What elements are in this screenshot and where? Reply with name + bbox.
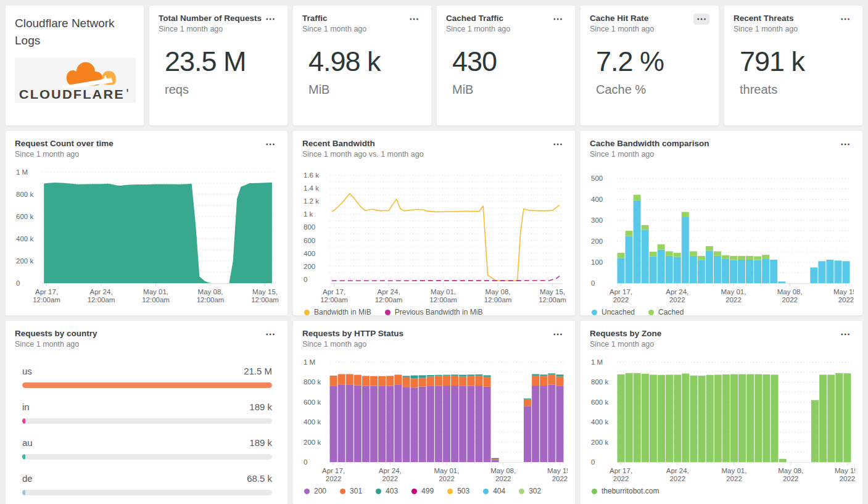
legend-item: 403 <box>376 487 398 495</box>
panel-cache-bandwidth: Cache Bandwidth comparison Since 1 month… <box>580 130 863 316</box>
panel-subtitle: Since 1 month ago <box>446 25 510 33</box>
charts-row-1: Request Count over time Since 1 month ag… <box>5 130 863 316</box>
legend-item: Uncached <box>592 308 635 316</box>
kpi-unit: reqs <box>165 83 278 97</box>
kpi-value: 23.5 M <box>165 46 278 78</box>
svg-text:1 M: 1 M <box>16 168 28 176</box>
country-bar-fill <box>22 454 25 460</box>
country-bar-fill <box>22 382 272 388</box>
legend-dot-icon <box>385 310 391 315</box>
svg-text:400 k: 400 k <box>16 235 33 242</box>
country-bar-track <box>22 418 272 424</box>
svg-text:2022: 2022 <box>552 475 568 482</box>
svg-text:12:00am: 12:00am <box>251 296 279 304</box>
panel-title: Requests by country <box>15 329 97 338</box>
legend-item: 404 <box>483 487 505 495</box>
legend-item: 302 <box>519 487 541 495</box>
legend-dot-icon <box>340 489 345 494</box>
svg-text:May 01,: May 01, <box>143 288 168 295</box>
svg-text:May 01,: May 01, <box>434 467 460 474</box>
country-row: au189 k <box>22 437 272 460</box>
country-row: us21.5 M <box>22 366 272 388</box>
svg-text:12:00am: 12:00am <box>142 296 170 304</box>
panel-title: Recent Bandwidth <box>302 139 424 148</box>
cache_bandwidth-svg: 0100200300400500Apr 17,2022Apr 24,2022Ma… <box>590 167 854 305</box>
http_status-svg: 0200 k400 k600 k800 k1 MApr 17,2022Apr 2… <box>302 357 568 484</box>
legend-item: theburritobot.com <box>592 487 659 495</box>
svg-text:May 01,: May 01, <box>722 467 747 474</box>
panel-menu-button[interactable]: ⋯ <box>262 14 278 25</box>
panel-app-header: Cloudflare Network Logs CLOUDFLARE <box>5 5 144 126</box>
svg-text:600 k: 600 k <box>16 213 33 220</box>
svg-text:Apr 17,: Apr 17, <box>610 467 632 474</box>
zone-chart: 0200 k400 k600 k800 k1 MApr 17,2022Apr 2… <box>590 357 853 495</box>
country-label: in <box>22 402 30 412</box>
panel-cached-traffic: Cached Traffic Since 1 month ago ⋯ 430 M… <box>436 5 576 126</box>
svg-text:Apr 24,: Apr 24, <box>378 288 400 295</box>
svg-text:0: 0 <box>304 458 307 466</box>
request_count-svg: 0200 k400 k600 k800 k1 MApr 17,12:00amAp… <box>15 167 279 305</box>
panel-traffic: Traffic Since 1 month ago ⋯ 4.98 k MiB <box>292 5 432 126</box>
legend-item: 200 <box>304 487 326 495</box>
svg-text:500: 500 <box>591 175 603 182</box>
svg-text:12:00am: 12:00am <box>484 296 512 304</box>
legend-item: Bandwidth in MiB <box>304 308 371 316</box>
panel-subtitle: Since 1 month ago <box>15 150 114 159</box>
panel-title: Request Count over time <box>15 139 114 148</box>
svg-text:400 k: 400 k <box>304 418 321 426</box>
svg-text:100: 100 <box>591 258 603 266</box>
panel-menu-button[interactable]: ⋯ <box>837 14 853 25</box>
svg-text:2022: 2022 <box>439 475 455 482</box>
legend-dot-icon <box>592 489 597 494</box>
panel-subtitle: Since 1 month ago <box>15 340 97 349</box>
panel-recent-threats: Recent Threats Since 1 month ago ⋯ 791 k… <box>724 5 863 126</box>
svg-text:CLOUDFLARE: CLOUDFLARE <box>19 88 125 101</box>
panel-menu-button[interactable]: ⋯ <box>693 14 709 25</box>
panel-menu-button[interactable]: ⋯ <box>550 139 566 150</box>
kpi-body: 7.2 % Cache % <box>590 46 709 97</box>
svg-text:1.2 k: 1.2 k <box>304 197 319 205</box>
legend-dot-icon <box>519 489 524 494</box>
panel-menu-button[interactable]: ⋯ <box>837 139 853 150</box>
country-row: de68.5 k <box>22 473 272 495</box>
svg-text:2022: 2022 <box>382 475 398 482</box>
panel-recent-bandwidth: Recent Bandwidth Since 1 month ago vs. 1… <box>292 130 576 316</box>
country-bar-fill <box>22 490 25 495</box>
panel-subtitle: Since 1 month ago <box>159 25 262 33</box>
legend-dot-icon <box>592 310 597 315</box>
country-row: in189 k <box>22 402 272 424</box>
country-bar-fill <box>22 418 25 424</box>
page-title: Cloudflare Network Logs <box>15 15 134 49</box>
country-bar-track <box>22 490 272 495</box>
panel-menu-button[interactable]: ⋯ <box>837 329 853 340</box>
panel-menu-button[interactable]: ⋯ <box>550 14 566 25</box>
svg-text:0: 0 <box>591 279 595 287</box>
kpi-unit: Cache % <box>596 83 709 97</box>
panel-menu-button[interactable]: ⋯ <box>406 14 422 25</box>
svg-text:May 01,: May 01, <box>431 288 456 295</box>
kpi-unit: MiB <box>452 83 566 97</box>
legend-dot-icon <box>447 489 453 494</box>
country-value: 189 k <box>249 437 272 448</box>
kpi-body: 791 k threats <box>734 46 853 97</box>
svg-text:2022: 2022 <box>783 475 799 482</box>
panel-menu-button[interactable]: ⋯ <box>262 329 278 340</box>
svg-text:2022: 2022 <box>613 296 629 304</box>
svg-text:12:00am: 12:00am <box>320 296 348 304</box>
panel-title: Cache Hit Rate <box>590 14 654 23</box>
recent_bandwidth-legend: Bandwidth in MiBPrevious Bandwidth in Mi… <box>302 308 566 316</box>
panel-menu-button[interactable]: ⋯ <box>550 329 566 340</box>
panel-menu-button[interactable]: ⋯ <box>262 139 278 150</box>
svg-text:0: 0 <box>304 276 307 283</box>
svg-text:1 k: 1 k <box>304 210 313 218</box>
zone-legend: theburritobot.com <box>590 487 853 495</box>
legend-dot-icon <box>483 489 489 494</box>
svg-text:2022: 2022 <box>726 475 742 482</box>
svg-text:800: 800 <box>304 223 315 231</box>
request-count-chart: 0200 k400 k600 k800 k1 MApr 17,12:00amAp… <box>15 167 278 305</box>
kpi-value: 7.2 % <box>596 46 709 78</box>
panel-requests-by-zone: Requests by Zone Since 1 month ago ⋯ 020… <box>580 320 863 504</box>
svg-text:800 k: 800 k <box>304 378 321 386</box>
svg-text:600 k: 600 k <box>591 399 608 406</box>
svg-text:May 08,: May 08, <box>486 288 511 295</box>
